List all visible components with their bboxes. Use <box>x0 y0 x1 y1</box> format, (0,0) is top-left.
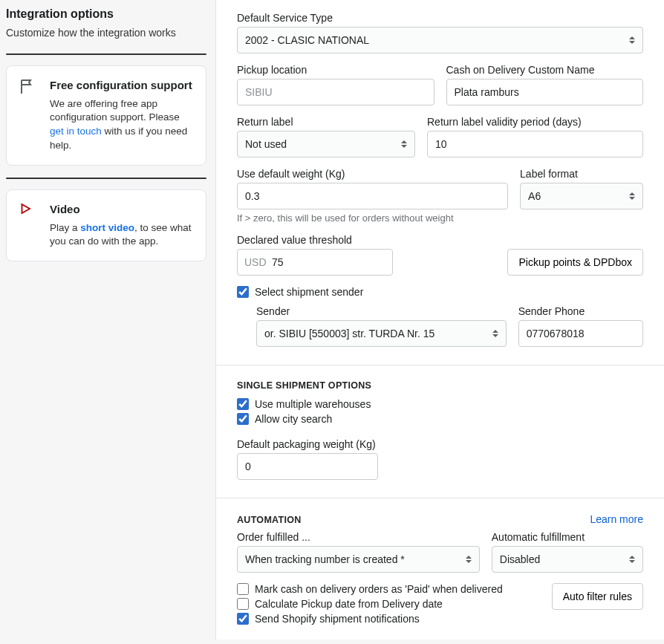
return-label-select[interactable]: Not used <box>237 131 415 157</box>
mark-cod-label: Mark cash on delivery orders as 'Paid' w… <box>255 583 503 595</box>
main-form: Default Service Type 2002 - CLASIC NATIO… <box>215 0 664 640</box>
currency-prefix: USD <box>244 256 267 268</box>
video-text: Play a short video, to see what you can … <box>50 221 194 250</box>
service-type-select[interactable]: 2002 - CLASIC NATIONAL <box>237 27 643 53</box>
sender-label: Sender <box>256 305 507 317</box>
calc-pickup-checkbox[interactable] <box>237 598 249 610</box>
city-search-label: Allow city search <box>255 413 332 425</box>
order-fulfilled-label: Order fulfilled ... <box>237 531 480 543</box>
calc-pickup-label: Calculate Pickup date from Delivery date <box>255 598 443 610</box>
video-card: Video Play a short video, to see what yo… <box>6 189 206 261</box>
video-heading: Video <box>50 202 194 217</box>
sender-phone-label: Sender Phone <box>518 305 643 317</box>
sidebar-subtitle: Customize how the integration works <box>6 27 209 39</box>
play-icon <box>19 202 39 249</box>
default-weight-label: Use default weight (Kg) <box>237 168 508 180</box>
pkg-weight-input[interactable] <box>237 453 378 480</box>
declared-value-label: Declared value threshold <box>237 234 643 246</box>
sender-phone-input[interactable] <box>518 320 643 347</box>
default-weight-input[interactable] <box>237 183 508 209</box>
support-heading: Free configuration support <box>50 78 194 93</box>
default-weight-hint: If > zero, this will be used for orders … <box>237 212 643 224</box>
chevron-updown-icon <box>629 36 635 44</box>
pickup-points-button[interactable]: Pickup points & DPDbox <box>507 249 643 276</box>
send-notif-label: Send Shopify shipment notifications <box>255 613 420 625</box>
single-shipment-title: SINGLE SHIPMENT OPTIONS <box>237 380 643 391</box>
auto-filter-rules-button[interactable]: Auto filter rules <box>552 583 643 610</box>
chevron-updown-icon <box>401 140 407 148</box>
sidebar-title: Integration options <box>6 7 209 21</box>
return-validity-label: Return label validity period (days) <box>427 116 643 128</box>
return-label-label: Return label <box>237 116 415 128</box>
order-fulfilled-select[interactable]: When tracking number is created * <box>237 546 480 573</box>
sidebar: Integration options Customize how the in… <box>0 0 215 640</box>
multi-warehouse-checkbox[interactable] <box>237 398 249 410</box>
pkg-weight-label: Default packaging weight (Kg) <box>237 438 643 450</box>
chevron-updown-icon <box>466 556 472 563</box>
multi-warehouse-label: Use multiple warehouses <box>255 398 371 410</box>
service-type-label: Default Service Type <box>237 12 643 24</box>
get-in-touch-link[interactable]: get in touch <box>50 126 102 137</box>
cod-name-label: Cash on Delivery Custom Name <box>446 64 644 76</box>
label-format-select[interactable]: A6 <box>520 183 643 209</box>
city-search-checkbox[interactable] <box>237 413 249 425</box>
automation-title: AUTOMATION <box>237 515 302 525</box>
auto-fulfillment-label: Automatic fulfillment <box>492 531 643 543</box>
mark-cod-checkbox[interactable] <box>237 583 249 595</box>
divider <box>6 53 206 55</box>
chevron-updown-icon <box>629 556 635 563</box>
support-text: We are offering free app configuration s… <box>50 97 194 154</box>
send-notif-checkbox[interactable] <box>237 613 249 625</box>
cod-name-input[interactable] <box>446 79 644 105</box>
chevron-updown-icon <box>492 330 498 337</box>
select-sender-checkbox[interactable] <box>237 286 249 298</box>
pickup-location-input[interactable] <box>237 79 434 105</box>
short-video-link[interactable]: short video <box>80 222 134 233</box>
select-sender-label: Select shipment sender <box>255 286 363 298</box>
chevron-updown-icon <box>629 192 635 200</box>
return-validity-input[interactable] <box>427 131 643 157</box>
label-format-label: Label format <box>520 168 643 180</box>
auto-fulfillment-select[interactable]: Disabled <box>492 546 643 573</box>
divider <box>6 178 206 179</box>
support-card: Free configuration support We are offeri… <box>6 65 206 166</box>
flag-icon <box>19 78 39 153</box>
pickup-location-label: Pickup location <box>237 64 434 76</box>
learn-more-link[interactable]: Learn more <box>590 513 643 525</box>
sender-select[interactable]: or. SIBIU [550003] str. TURDA Nr. 15 <box>256 320 507 347</box>
